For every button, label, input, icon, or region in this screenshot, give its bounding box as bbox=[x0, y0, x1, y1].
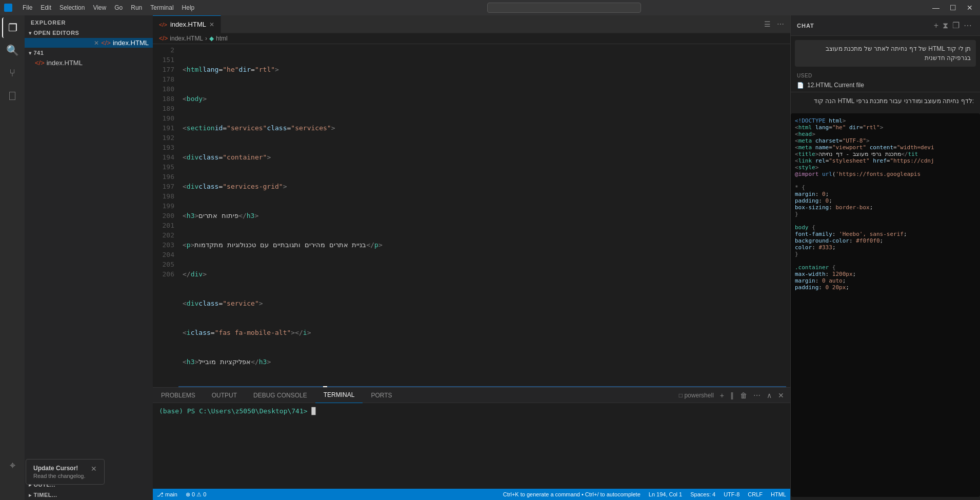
tabs-bar: </> index.HTML ✕ ☰ ⋯ bbox=[153, 15, 790, 33]
folder-chevron: ▾ bbox=[29, 50, 32, 56]
status-ln: Ln 194, Col 1 bbox=[649, 491, 682, 497]
vertical-scrollbar[interactable] bbox=[786, 44, 790, 387]
chat-add-button[interactable]: + bbox=[932, 20, 941, 31]
add-terminal-button[interactable]: + bbox=[718, 390, 726, 401]
code-block-line-21: } bbox=[795, 251, 976, 257]
status-language: HTML bbox=[771, 491, 786, 497]
menu-view[interactable]: View bbox=[89, 3, 110, 12]
activity-git[interactable]: ⑂ bbox=[2, 63, 23, 83]
code-line-180: <div class="services-grid"> bbox=[178, 182, 786, 191]
open-editors-section[interactable]: ▾ Open Editors bbox=[25, 28, 153, 38]
menu-edit[interactable]: Edit bbox=[36, 3, 55, 12]
breadcrumb-symbol[interactable]: html bbox=[216, 35, 228, 42]
code-line-151: <body> bbox=[178, 94, 786, 104]
folder-label: 741 bbox=[34, 50, 44, 56]
code-block-line-6: <title>מתכנת גרפי מעוצב - דף נחיתה</tit bbox=[795, 151, 976, 157]
code-line-188: <h3>פיתוח אתרים</h3> bbox=[178, 211, 786, 221]
menu-go[interactable]: Go bbox=[110, 3, 127, 12]
folder-file-item[interactable]: </> index.HTML bbox=[25, 58, 153, 68]
timeline-section[interactable]: ▸ TIMEL... bbox=[25, 490, 153, 500]
notification-close-button[interactable]: ✕ bbox=[91, 465, 97, 473]
chat-pop-out-button[interactable]: ❐ bbox=[950, 19, 962, 31]
code-line-192: <i class="fas fa-mobile-alt"></i> bbox=[178, 328, 786, 337]
chat-title: CHAT bbox=[797, 23, 932, 29]
breadcrumb-file[interactable]: index.HTML bbox=[170, 35, 203, 42]
breadcrumb: </> index.HTML › ◆ html bbox=[153, 33, 790, 44]
trash-terminal-button[interactable]: 🗑 bbox=[738, 390, 749, 401]
status-encoding: UTF-8 bbox=[724, 491, 739, 497]
menu-file[interactable]: File bbox=[18, 3, 36, 12]
editor-area: </> index.HTML ✕ ☰ ⋯ </> index.HTML › ◆ … bbox=[153, 15, 790, 500]
chat-history-button[interactable]: ⧗ bbox=[941, 20, 950, 31]
code-block-line-25: margin: 0 auto; bbox=[795, 277, 976, 284]
terminal-line-1: (base) PS C:\Users\z5050\Desktop\741> █ bbox=[159, 406, 784, 416]
notification-content: Update Cursor! Read the changelog. bbox=[33, 465, 86, 479]
menu-selection[interactable]: Selection bbox=[55, 3, 89, 12]
menu-help[interactable]: Help bbox=[178, 3, 199, 12]
code-line-193: <h3>אפליקציות מובייל</h3> bbox=[178, 357, 786, 367]
code-editor[interactable]: 2 151 177 178 180 188 189 190 191 192 19… bbox=[153, 44, 790, 387]
code-block-line-11: * { bbox=[795, 184, 976, 191]
code-line-178: <div class="container"> bbox=[178, 152, 786, 162]
activity-explorer[interactable]: ❐ bbox=[2, 17, 23, 38]
status-git: ⎇ main bbox=[157, 491, 177, 498]
tab-ports[interactable]: PORTS bbox=[363, 388, 400, 403]
code-block-line-3: <head> bbox=[795, 131, 976, 137]
tab-close-icon[interactable]: ✕ bbox=[209, 21, 214, 28]
split-terminal-button[interactable]: ‖ bbox=[728, 390, 736, 401]
close-editor-icon[interactable]: ✕ bbox=[94, 39, 99, 47]
shell-label: □ powershell bbox=[677, 391, 716, 400]
code-block-line-14: box-sizing: border-box; bbox=[795, 204, 976, 211]
line-numbers: 2 151 177 178 180 188 189 190 191 192 19… bbox=[153, 44, 178, 387]
status-spaces: Spaces: 4 bbox=[690, 491, 715, 497]
search-input[interactable]: 741 bbox=[487, 3, 641, 13]
tab-terminal[interactable]: TERMINAL bbox=[315, 388, 363, 403]
chat-more-button[interactable]: ⋯ bbox=[962, 19, 974, 31]
code-block-line-10 bbox=[795, 177, 976, 184]
tab-debug-console[interactable]: DEBUG CONSOLE bbox=[245, 388, 315, 403]
folder-section[interactable]: ▾ 741 bbox=[25, 48, 153, 58]
menu-terminal[interactable]: Terminal bbox=[146, 3, 177, 12]
app-icon bbox=[4, 4, 12, 12]
title-bar: File Edit Selection View Go Run Terminal… bbox=[0, 0, 980, 15]
terminal-prompt: (base) PS C:\Users\z5050\Desktop\741> bbox=[159, 407, 308, 415]
breadcrumb-symbol-icon: ◆ bbox=[209, 35, 214, 42]
more-actions-button[interactable]: ⋯ bbox=[775, 19, 786, 29]
tab-output[interactable]: OUTPUT bbox=[204, 388, 245, 403]
close-panel-button[interactable]: ✕ bbox=[776, 390, 786, 401]
code-block-line-18: font-family: 'Heebo', sans-serif; bbox=[795, 231, 976, 237]
terminal-content[interactable]: (base) PS C:\Users\z5050\Desktop\741> █ bbox=[153, 403, 790, 489]
split-editor-button[interactable]: ☰ bbox=[762, 19, 773, 29]
code-block-line-15: } bbox=[795, 211, 976, 217]
notification-description: Read the changelog. bbox=[33, 473, 86, 479]
activity-bar: ❐ 🔍 ⑂ ⎕ ⌖ bbox=[0, 15, 25, 500]
activity-search[interactable]: 🔍 bbox=[2, 40, 23, 61]
menu-run[interactable]: Run bbox=[127, 3, 146, 12]
activity-extensions[interactable]: ⎕ bbox=[2, 85, 23, 106]
folder-file-name: index.HTML bbox=[47, 59, 83, 67]
chat-panel: CHAT + ⧗ ❐ ⋯ תן לי קוד HTML של דף נחיתה … bbox=[790, 15, 980, 500]
code-block-line-16 bbox=[795, 217, 976, 224]
code-content: <html lang="he" dir="rtl"> <body> <secti… bbox=[178, 44, 786, 387]
more-terminal-button[interactable]: ⋯ bbox=[751, 390, 763, 401]
tab-problems[interactable]: PROBLEMS bbox=[153, 388, 204, 403]
code-block-line-4: <meta charset="UTF-8"> bbox=[795, 137, 976, 144]
main-layout: ❐ 🔍 ⑂ ⎕ ⌖ Explorer ▾ Open Editors ✕ </> … bbox=[0, 15, 980, 500]
chat-user-message: תן לי קוד HTML של דף נחיתה לאתר של מתכנת… bbox=[795, 40, 976, 67]
code-block-line-19: background-color: #f0f0f0; bbox=[795, 237, 976, 244]
activity-remote[interactable]: ⌖ bbox=[2, 455, 23, 475]
bottom-panel: PROBLEMS OUTPUT DEBUG CONSOLE TERMINAL P… bbox=[153, 387, 790, 500]
minimize-button[interactable]: — bbox=[929, 3, 943, 13]
notification-popup: Update Cursor! Read the changelog. ✕ bbox=[26, 459, 105, 485]
open-editor-item[interactable]: ✕ </> index.HTML bbox=[25, 38, 153, 48]
timeline-label: TIMEL... bbox=[34, 492, 57, 498]
close-button[interactable]: ✕ bbox=[964, 3, 976, 13]
maximize-button[interactable]: ☐ bbox=[947, 3, 959, 13]
breadcrumb-separator: › bbox=[205, 35, 207, 42]
editor-tab-index-html[interactable]: </> index.HTML ✕ bbox=[153, 15, 221, 33]
code-block-line-22 bbox=[795, 257, 976, 264]
code-block-line-20: color: #333; bbox=[795, 244, 976, 251]
breadcrumb-file-icon: </> bbox=[159, 35, 168, 42]
tab-label: index.HTML bbox=[170, 21, 206, 28]
maximize-panel-button[interactable]: ∧ bbox=[765, 390, 774, 401]
